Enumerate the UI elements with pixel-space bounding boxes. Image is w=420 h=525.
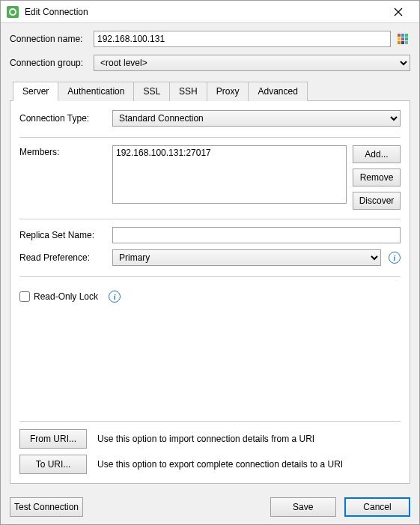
tab-proxy[interactable]: Proxy [207,82,249,101]
tab-authentication[interactable]: Authentication [58,82,134,101]
connection-type-label: Connection Type: [19,113,112,124]
titlebar: Edit Connection [1,1,419,23]
spacer [19,303,401,416]
tab-ssl[interactable]: SSL [133,82,170,101]
svg-rect-9 [401,41,404,44]
connection-name-label: Connection name: [10,34,94,44]
info-icon[interactable]: i [109,291,121,303]
svg-point-1 [10,10,15,14]
svg-rect-7 [405,37,408,40]
connection-group-select[interactable]: <root level> [94,55,410,71]
read-preference-row: Read Preference: Primary i [19,249,401,266]
divider [19,137,401,138]
members-row: Members: 192.168.100.131:27017 Add... Re… [19,145,401,210]
svg-rect-8 [398,41,401,44]
svg-rect-5 [398,37,401,40]
server-panel: Connection Type: Standard Connection Mem… [10,100,410,484]
members-label: Members: [19,145,112,157]
replica-set-label: Replica Set Name: [19,230,112,240]
dialog-footer: Test Connection Save Cancel [1,490,419,524]
remove-member-button[interactable]: Remove [353,169,401,186]
from-uri-button[interactable]: From URI... [19,429,87,449]
svg-rect-3 [401,34,404,37]
read-only-lock-label: Read-Only Lock [34,291,98,302]
tab-advanced[interactable]: Advanced [248,82,307,101]
close-button[interactable] [383,1,413,22]
save-button[interactable]: Save [270,497,336,517]
replica-set-input[interactable] [112,227,401,243]
to-uri-row: To URI... Use this option to export comp… [19,455,401,474]
app-icon [7,6,19,18]
svg-rect-10 [405,41,408,44]
connection-type-row: Connection Type: Standard Connection [19,110,401,127]
to-uri-description: Use this option to export complete conne… [97,459,343,470]
read-preference-label: Read Preference: [19,252,112,263]
tab-server[interactable]: Server [13,82,58,101]
add-member-button[interactable]: Add... [353,145,401,163]
color-picker-button[interactable] [395,31,410,46]
footer-right: Save Cancel [264,497,410,517]
to-uri-button[interactable]: To URI... [19,455,87,474]
members-buttons: Add... Remove Discover [353,145,401,210]
discover-button[interactable]: Discover [353,192,401,210]
connection-group-label: Connection group: [10,58,94,68]
dialog-content: Connection name: Connection group: [1,23,419,490]
from-uri-description: Use this option to import connection det… [97,434,314,444]
svg-rect-4 [405,34,408,37]
members-list-item[interactable]: 192.168.100.131:27017 [116,148,343,158]
svg-rect-6 [401,37,404,40]
svg-rect-2 [398,34,401,37]
connection-group-row: Connection group: <root level> [10,55,410,71]
tab-ssh[interactable]: SSH [169,82,207,101]
cancel-button[interactable]: Cancel [344,497,410,517]
window-title: Edit Connection [25,7,383,17]
read-only-lock-checkbox[interactable] [19,291,30,302]
connection-name-input[interactable] [94,31,391,47]
tab-bar: Server Authentication SSL SSH Proxy Adva… [10,82,410,101]
replica-set-row: Replica Set Name: [19,227,401,243]
connection-type-select[interactable]: Standard Connection [112,110,401,127]
read-preference-select[interactable]: Primary [112,249,381,266]
divider [19,219,401,219]
edit-connection-dialog: Edit Connection Connection name: [0,0,420,525]
read-only-lock-row: Read-Only Lock i [19,291,401,303]
members-listbox[interactable]: 192.168.100.131:27017 [112,145,347,204]
from-uri-row: From URI... Use this option to import co… [19,429,401,449]
divider [19,421,401,422]
info-icon[interactable]: i [389,252,401,264]
test-connection-button[interactable]: Test Connection [10,497,83,517]
divider [19,276,401,277]
connection-name-row: Connection name: [10,31,410,47]
